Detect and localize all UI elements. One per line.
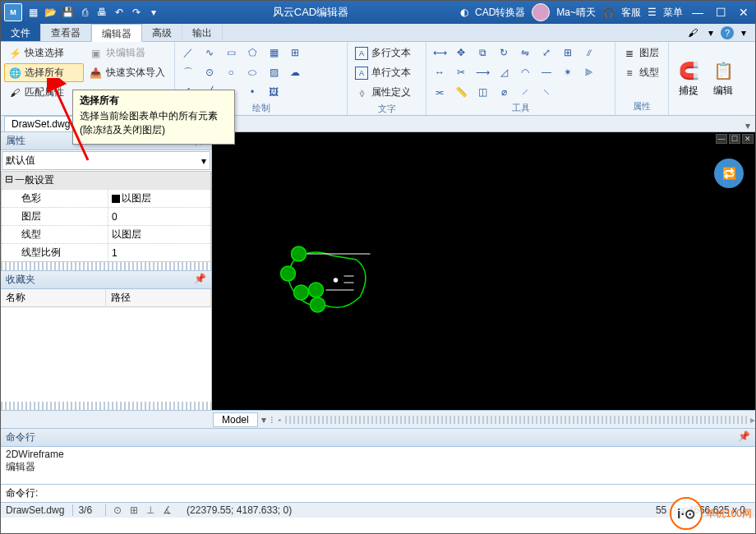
join-icon[interactable]: ⫘: [430, 83, 449, 101]
stretch-icon[interactable]: ↔: [430, 63, 449, 81]
align-icon[interactable]: ⫸: [579, 63, 599, 81]
layers-button[interactable]: ≣图层: [619, 44, 663, 62]
pin-icon[interactable]: 📌: [738, 430, 750, 444]
redo-icon[interactable]: ↷: [129, 5, 144, 20]
style-icon[interactable]: 🖌: [685, 25, 701, 40]
attr-def-button[interactable]: ⎀属性定义: [351, 83, 415, 102]
arc-icon[interactable]: ⌒: [178, 63, 198, 81]
prop-layer[interactable]: 图层0: [2, 207, 210, 225]
ortho-toggle-icon[interactable]: ⊥: [144, 504, 157, 516]
polygon-icon[interactable]: ⬠: [242, 44, 262, 62]
fillet-icon[interactable]: ◠: [515, 63, 535, 81]
t3-icon[interactable]: ◫: [472, 83, 492, 101]
prop-ltscale[interactable]: 线型比例1: [2, 243, 210, 261]
close-button[interactable]: ✕: [735, 5, 752, 20]
section-general[interactable]: ⊟一般设置: [2, 172, 210, 189]
minimize-button[interactable]: —: [689, 5, 706, 20]
support-link[interactable]: 客服: [621, 6, 641, 20]
tab-file[interactable]: 文件: [1, 24, 41, 41]
support-icon[interactable]: 🎧: [602, 7, 615, 18]
dim-linear-icon[interactable]: ⟷: [430, 44, 449, 62]
username[interactable]: Ma~晴天: [556, 6, 596, 20]
help-icon[interactable]: ?: [721, 26, 734, 39]
command-input[interactable]: 命令行:: [1, 485, 755, 503]
t5-icon[interactable]: ⟋: [515, 83, 535, 101]
scale-icon[interactable]: ⤢: [537, 44, 556, 62]
array-icon[interactable]: ⊞: [558, 44, 578, 62]
app-icon[interactable]: M: [4, 3, 22, 21]
model-tab[interactable]: Model: [213, 412, 258, 427]
polar-toggle-icon[interactable]: ∡: [160, 504, 173, 516]
new-icon[interactable]: ▦: [25, 5, 40, 20]
user-avatar[interactable]: [532, 3, 550, 21]
chamfer-icon[interactable]: ◿: [494, 63, 514, 81]
menu-icon[interactable]: ☰: [648, 7, 657, 18]
rect-icon[interactable]: ▭: [221, 44, 241, 62]
canvas-max-icon[interactable]: ☐: [729, 134, 740, 144]
tab-viewer[interactable]: 查看器: [41, 24, 91, 41]
break-icon[interactable]: —: [537, 63, 556, 81]
undo-icon[interactable]: ↶: [112, 5, 127, 20]
line-icon[interactable]: ／: [178, 44, 198, 62]
drawing-canvas[interactable]: — ☐ ✕ 🔁: [212, 132, 755, 410]
snode-icon[interactable]: ⊙: [200, 63, 219, 81]
qat-dropdown-icon[interactable]: ▾: [146, 5, 161, 20]
offset-icon[interactable]: ⫽: [579, 44, 599, 62]
help-dropdown-icon[interactable]: ▾: [735, 25, 752, 40]
doc-tabs-overflow-icon[interactable]: ▾: [740, 120, 755, 131]
tab-output[interactable]: 输出: [182, 24, 223, 41]
polyline-icon[interactable]: ∿: [200, 44, 219, 62]
explode-icon[interactable]: ✴: [558, 63, 578, 81]
scroll-track[interactable]: [285, 416, 747, 424]
saveas-icon[interactable]: ⎙: [77, 5, 92, 20]
mirror-icon[interactable]: ⇋: [515, 44, 535, 62]
snap-button[interactable]: 🧲 捕捉: [672, 44, 705, 113]
print-icon[interactable]: 🖶: [94, 5, 109, 20]
image-icon[interactable]: 🖼: [264, 83, 284, 101]
ellipse-icon[interactable]: ⬭: [242, 63, 262, 81]
col-path[interactable]: 路径: [106, 289, 211, 306]
save-icon[interactable]: 💾: [60, 5, 75, 20]
nav-cube[interactable]: 🔁: [714, 159, 744, 188]
select-all-button[interactable]: 🌐选择所有: [4, 63, 84, 82]
hatch-icon[interactable]: ▨: [264, 63, 284, 81]
converter-link[interactable]: CAD转换器: [475, 6, 525, 20]
splitter-dots[interactable]: [1, 402, 211, 410]
point-icon[interactable]: •: [242, 83, 262, 101]
trim-icon[interactable]: ✂: [451, 63, 471, 81]
grid-toggle-icon[interactable]: ⊞: [127, 504, 141, 516]
move-icon[interactable]: ✥: [451, 44, 471, 62]
prop-linetype[interactable]: 线型以图层: [2, 225, 210, 243]
prop-color[interactable]: 色彩以图层: [2, 189, 210, 207]
command-history[interactable]: 2DWireframe 编辑器: [1, 447, 755, 485]
canvas-close-icon[interactable]: ✕: [742, 134, 754, 144]
insert-icon[interactable]: ⊞: [285, 44, 305, 62]
edit-button[interactable]: 📋 编辑: [707, 44, 740, 113]
converter-icon[interactable]: ◐: [460, 7, 468, 18]
single-text-button[interactable]: A单行文本: [351, 63, 415, 82]
quick-entity-import-button[interactable]: 📥快速实体导入: [85, 63, 171, 82]
linetype-button[interactable]: ≡线型: [619, 63, 663, 82]
tab-overflow-icon[interactable]: ▾: [258, 414, 270, 426]
snap-toggle-icon[interactable]: ⊙: [111, 504, 124, 516]
t6-icon[interactable]: ⟍: [537, 83, 556, 101]
splitter-dots[interactable]: [1, 262, 211, 270]
rotate-icon[interactable]: ↻: [494, 44, 514, 62]
quick-select-button[interactable]: ⚡快速选择: [4, 44, 84, 62]
cloud-icon[interactable]: ☁: [285, 63, 305, 81]
tab-editor[interactable]: 编辑器: [91, 24, 142, 42]
copy-icon[interactable]: ⧉: [472, 44, 492, 62]
tab-advanced[interactable]: 高级: [142, 24, 182, 41]
pin-icon[interactable]: 📌: [194, 273, 206, 287]
box-icon[interactable]: ▦: [264, 44, 284, 62]
open-icon[interactable]: 📂: [43, 5, 58, 20]
maximize-button[interactable]: ☐: [712, 5, 729, 20]
collapse-icon[interactable]: ⊟: [5, 173, 13, 187]
measure-icon[interactable]: 📏: [451, 83, 471, 101]
extend-icon[interactable]: ⟶: [472, 63, 492, 81]
style-dropdown-icon[interactable]: ▾: [703, 25, 719, 40]
menu-link[interactable]: 菜单: [663, 6, 683, 20]
properties-default-dropdown[interactable]: 默认值▾: [2, 151, 210, 170]
t4-icon[interactable]: ⌀: [494, 83, 514, 101]
circle-icon[interactable]: ○: [221, 63, 241, 81]
